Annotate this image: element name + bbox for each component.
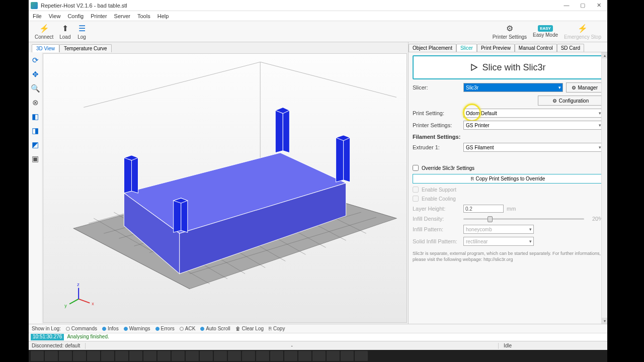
app-window: Repetier-Host V2.1.6 - bad table.stl — ▢… xyxy=(29,0,607,350)
menubar: File View Config Printer Server Tools He… xyxy=(29,11,607,21)
svg-marker-32 xyxy=(336,135,344,182)
override-checkbox[interactable] xyxy=(413,165,419,171)
log-output: 10:51:30.276 Analysing finished. xyxy=(29,333,607,341)
taskbar-item[interactable] xyxy=(172,351,185,361)
taskbar-item[interactable] xyxy=(355,351,368,361)
tab-3d-view[interactable]: 3D View xyxy=(32,44,59,52)
enable-support-checkbox xyxy=(413,187,419,193)
taskbar-item[interactable] xyxy=(327,351,340,361)
taskbar-item[interactable] xyxy=(157,351,171,361)
minimize-button[interactable]: — xyxy=(563,2,570,9)
tab-slicer[interactable]: Slicer xyxy=(456,44,477,52)
taskbar-item[interactable] xyxy=(101,351,114,361)
menu-help[interactable]: Help xyxy=(157,13,169,19)
taskbar-item[interactable] xyxy=(129,351,142,361)
maximize-button[interactable]: ▢ xyxy=(579,2,586,9)
titlebar: Repetier-Host V2.1.6 - bad table.stl — ▢… xyxy=(29,0,607,11)
taskbar-item[interactable] xyxy=(298,351,311,361)
slice-button[interactable]: Slice with Slic3r xyxy=(413,55,603,79)
3d-viewport[interactable]: x y z xyxy=(43,53,407,323)
print-setting-dropdown[interactable]: Odom Default xyxy=(463,109,603,118)
rotate-view-icon[interactable]: ⟳ xyxy=(30,55,40,65)
status-idle: Idle xyxy=(504,343,604,348)
infill-pattern-label: Infill Pattern: xyxy=(413,226,460,232)
commands-toggle-icon[interactable] xyxy=(66,327,70,331)
tab-manual-control[interactable]: Manual Control xyxy=(515,44,557,52)
taskbar-item[interactable] xyxy=(341,351,354,361)
connect-button[interactable]: ⚡ Connect xyxy=(32,23,56,41)
taskbar-item[interactable] xyxy=(284,351,297,361)
taskbar-item[interactable] xyxy=(312,351,326,361)
parallel-view-icon[interactable]: ▣ xyxy=(30,154,40,164)
scroll-up-icon[interactable]: ▴ xyxy=(602,52,607,58)
status-bar: Disconnected: default - Idle xyxy=(29,341,607,350)
taskbar-item[interactable] xyxy=(45,351,58,361)
taskbar-item[interactable] xyxy=(59,351,72,361)
taskbar-item[interactable] xyxy=(228,351,241,361)
menu-config[interactable]: Config xyxy=(67,13,84,19)
window-controls: — ▢ ✕ xyxy=(563,2,605,9)
taskbar-item[interactable] xyxy=(214,351,227,361)
taskbar-item[interactable] xyxy=(242,351,255,361)
load-button[interactable]: ⬆ Load xyxy=(56,23,73,41)
copy-settings-button[interactable]: ⎘ Copy Print Settings to Override xyxy=(413,174,603,184)
app-icon xyxy=(31,2,38,9)
warnings-toggle-icon[interactable] xyxy=(124,327,128,331)
taskbar-item[interactable] xyxy=(256,351,269,361)
menu-view[interactable]: View xyxy=(49,13,61,19)
autoscroll-toggle-icon[interactable] xyxy=(200,327,204,331)
slicer-label: Slicer: xyxy=(413,84,460,90)
tab-temperature[interactable]: Temperature Curve xyxy=(59,44,112,52)
clear-log-button[interactable]: 🗑Clear Log xyxy=(235,326,264,331)
slicer-dropdown[interactable]: Slic3r xyxy=(463,83,563,92)
tab-object-placement[interactable]: Object Placement xyxy=(409,44,456,52)
manager-button[interactable]: ⚙Manager xyxy=(566,82,603,93)
reset-view-icon[interactable]: ⊗ xyxy=(30,98,40,108)
close-button[interactable]: ✕ xyxy=(595,2,602,9)
tab-print-preview[interactable]: Print Preview xyxy=(477,44,515,52)
load-icon: ⬆ xyxy=(60,24,70,34)
move-view-icon[interactable]: ✥ xyxy=(30,69,40,79)
log-button[interactable]: ☰ Log xyxy=(74,23,90,41)
svg-text:x: x xyxy=(92,301,94,306)
printer-settings-button[interactable]: ⚙ Printer Settings xyxy=(490,23,530,41)
stop-icon: ⚡ xyxy=(578,24,588,34)
taskbar-item[interactable] xyxy=(73,351,86,361)
slic3r-note: Slic3r is separate, external program, wh… xyxy=(413,251,603,262)
taskbar-item[interactable] xyxy=(270,351,283,361)
taskbar-item[interactable] xyxy=(186,351,199,361)
copy-log-button[interactable]: ⎘Copy xyxy=(269,326,285,331)
svg-marker-44 xyxy=(471,64,477,70)
iso-view-icon[interactable]: ◧ xyxy=(30,112,40,122)
layer-height-unit: mm xyxy=(507,206,516,212)
log-filter-bar: Show in Log: Commands Infos Warnings Err… xyxy=(29,324,607,333)
tab-sd-card[interactable]: SD Card xyxy=(557,44,584,52)
menu-tools[interactable]: Tools xyxy=(137,13,150,19)
menu-printer[interactable]: Printer xyxy=(91,13,107,19)
override-label: Override Slic3r Settings xyxy=(422,165,474,171)
infos-toggle-icon[interactable] xyxy=(102,327,106,331)
menu-server[interactable]: Server xyxy=(114,13,130,19)
taskbar-item[interactable] xyxy=(143,351,156,361)
menu-file[interactable]: File xyxy=(33,13,42,19)
viewport-tabs: 3D View Temperature Curve xyxy=(29,42,408,52)
configuration-button[interactable]: ⚙Configuration xyxy=(538,96,603,106)
ack-toggle-icon[interactable] xyxy=(180,327,184,331)
svg-marker-35 xyxy=(174,198,181,232)
trash-icon: 🗑 xyxy=(235,326,240,331)
extruder-dropdown[interactable]: GS Filament xyxy=(463,143,603,152)
errors-toggle-icon[interactable] xyxy=(155,327,159,331)
easy-mode-button[interactable]: EASY Easy Mode xyxy=(530,24,561,39)
top-view-icon[interactable]: ◩ xyxy=(30,140,40,150)
taskbar-item[interactable] xyxy=(200,351,213,361)
copy-icon: ⎘ xyxy=(269,326,272,331)
panel-scrollbar[interactable]: ▴ ▾ xyxy=(601,52,607,324)
taskbar-item[interactable] xyxy=(87,351,100,361)
front-view-icon[interactable]: ◨ xyxy=(30,126,40,136)
zoom-view-icon[interactable]: 🔍 xyxy=(30,83,40,94)
taskbar-item[interactable] xyxy=(115,351,128,361)
emergency-stop-button[interactable]: ⚡ Emergency Stop xyxy=(561,23,604,41)
scroll-down-icon[interactable]: ▾ xyxy=(602,318,607,324)
taskbar-item[interactable] xyxy=(31,351,44,361)
printer-settings-dropdown[interactable]: GS Printer xyxy=(463,121,603,130)
